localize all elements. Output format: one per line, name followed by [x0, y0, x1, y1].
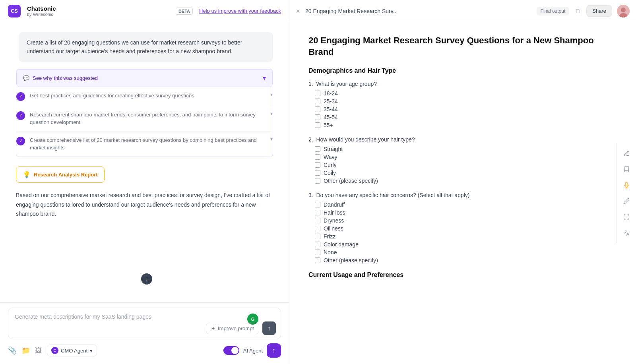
option-hair-loss: Hair loss: [315, 209, 617, 216]
scroll-down-button[interactable]: ↓: [141, 273, 152, 285]
image-icon[interactable]: 🖼: [35, 347, 42, 355]
analysis-text: Based on our comprehensive market resear…: [16, 191, 273, 219]
close-tab-button[interactable]: ✕: [296, 8, 301, 14]
translate-tool[interactable]: [619, 226, 634, 240]
checkbox-18-24[interactable]: [315, 91, 320, 96]
checkbox-hair-loss[interactable]: [315, 210, 320, 215]
report-label: Research Analysis Report: [34, 172, 98, 178]
app-sub: by Writesonic: [27, 12, 56, 17]
report-card[interactable]: 💡 Research Analysis Report: [16, 167, 105, 183]
step-text-1: Get best practices and guidelines for cr…: [30, 92, 266, 100]
option-wavy: Wavy: [315, 154, 617, 160]
checkbox-curly[interactable]: [315, 162, 320, 168]
chevron-icon-2: ▾: [270, 111, 273, 116]
copy-button[interactable]: ⧉: [574, 6, 582, 16]
attachment-icon[interactable]: 📎: [8, 346, 17, 355]
option-frizz: Frizz: [315, 233, 617, 240]
checkbox-straight[interactable]: [315, 146, 320, 152]
option-18-24: 18-24: [315, 90, 617, 97]
option-55plus: 55+: [315, 122, 617, 128]
chevron-down-icon: ▾: [263, 74, 266, 82]
improve-label: Improve prompt: [218, 325, 254, 331]
doc-main-title: 20 Engaging Market Research Survey Quest…: [308, 35, 617, 58]
beta-badge: BETA: [176, 8, 193, 15]
chat-input-box: Generate meta descriptions for my SaaS l…: [8, 308, 281, 339]
input-placeholder: Generate meta descriptions for my SaaS l…: [15, 314, 274, 320]
doc-tab-title: 20 Engaging Market Research Surv...: [305, 8, 532, 14]
toggle-knob: [231, 347, 238, 354]
checkbox-wavy[interactable]: [315, 154, 320, 160]
checkbox-25-34[interactable]: [315, 99, 320, 104]
suggestion-accordion[interactable]: 💬 See why this was suggested ▾: [16, 69, 273, 87]
question-num-1: 1. What is your age group?: [308, 81, 617, 87]
sparkle-icon: ✦: [211, 325, 215, 331]
option-dandruff: Dandruff: [315, 201, 617, 208]
checkbox-other-hair[interactable]: [315, 178, 320, 184]
right-header: ✕ 20 Engaging Market Research Surv... Fi…: [289, 0, 636, 22]
option-45-54: 45-54: [315, 114, 617, 120]
option-none: None: [315, 249, 617, 256]
option-oiliness: Oiliness: [315, 225, 617, 232]
book-tool[interactable]: [619, 162, 634, 176]
checkbox-dandruff[interactable]: [315, 202, 320, 207]
question-num-2: 2. How would you describe your hair type…: [308, 136, 617, 143]
logo-text: Chatsonic by Writesonic: [27, 5, 56, 17]
resize-tool[interactable]: [619, 210, 634, 224]
app-name: Chatsonic: [27, 5, 56, 12]
user-avatar: [617, 5, 630, 17]
checkbox-none[interactable]: [315, 250, 320, 255]
option-35-44: 35-44: [315, 106, 617, 112]
ai-agent-label: AI Agent: [243, 348, 263, 354]
step-text-3: Create comprehensive list of 20 market r…: [30, 136, 266, 152]
suggestion-icon: 💬: [23, 75, 29, 81]
cmo-agent-selector[interactable]: C CMO Agent ▾: [47, 345, 97, 356]
final-output-badge: Final output: [537, 7, 570, 15]
ai-agent-toggle[interactable]: [223, 346, 239, 355]
checkbox-frizz[interactable]: [315, 234, 320, 239]
checkbox-coily[interactable]: [315, 170, 320, 176]
question-item-2: 2. How would you describe your hair type…: [308, 136, 617, 184]
step-item-1[interactable]: ✓ Get best practices and guidelines for …: [16, 87, 273, 106]
edit-tool[interactable]: [619, 146, 634, 161]
check-icon-1: ✓: [16, 92, 25, 101]
cmo-chevron-icon: ▾: [90, 348, 93, 354]
logo-badge: CS: [8, 5, 21, 17]
check-icon-3: ✓: [16, 137, 25, 145]
voice-tool[interactable]: [619, 178, 634, 192]
improve-prompt-button[interactable]: ✦ Improve prompt: [206, 323, 259, 334]
option-color-damage: Color damage: [315, 241, 617, 248]
footer-icons: 📎 📁 🖼 C CMO Agent ▾: [8, 345, 97, 356]
step-item-2[interactable]: ✓ Research current shampoo market trends…: [16, 106, 273, 132]
section-heading-1: Demographics and Hair Type: [308, 67, 617, 74]
checkbox-55plus[interactable]: [315, 122, 320, 128]
steps-list: ✓ Get best practices and guidelines for …: [16, 87, 273, 157]
share-button[interactable]: Share: [586, 5, 612, 17]
user-message-bubble: Create a list of 20 engaging questions w…: [19, 32, 273, 62]
cmo-icon: C: [51, 347, 58, 354]
input-footer: 📎 📁 🖼 C CMO Agent ▾ AI Agent ↑: [8, 343, 281, 358]
left-panel: CS Chatsonic by Writesonic BETA Help us …: [0, 0, 289, 364]
report-icon: 💡: [23, 171, 31, 178]
feedback-link[interactable]: Help us improve with your feedback: [199, 8, 281, 14]
step-item-3[interactable]: ✓ Create comprehensive list of 20 market…: [16, 132, 273, 157]
folder-icon[interactable]: 📁: [21, 346, 30, 355]
submit-button[interactable]: ↑: [267, 343, 281, 358]
send-button[interactable]: ↑: [262, 321, 276, 335]
option-curly: Curly: [315, 162, 617, 168]
svg-point-1: [621, 8, 626, 12]
cmo-agent-label: CMO Agent: [61, 348, 87, 354]
checkbox-dryness[interactable]: [315, 218, 320, 223]
option-other-hair: Other (please specify): [315, 178, 617, 184]
pen-tool[interactable]: [619, 194, 634, 208]
chat-area: Create a list of 20 engaging questions w…: [0, 22, 289, 302]
checkbox-45-54[interactable]: [315, 114, 320, 120]
doc-content: 20 Engaging Market Research Survey Quest…: [289, 22, 636, 364]
checkbox-35-44[interactable]: [315, 106, 320, 112]
checkbox-color-damage[interactable]: [315, 242, 320, 247]
step-text-2: Research current shampoo market trends, …: [30, 111, 266, 126]
checkbox-oiliness[interactable]: [315, 226, 320, 231]
option-dryness: Dryness: [315, 217, 617, 224]
checkbox-other-concern[interactable]: [315, 258, 320, 263]
question-item-1: 1. What is your age group? 18-24 25-34 3…: [308, 81, 617, 128]
check-icon-2: ✓: [16, 111, 25, 120]
